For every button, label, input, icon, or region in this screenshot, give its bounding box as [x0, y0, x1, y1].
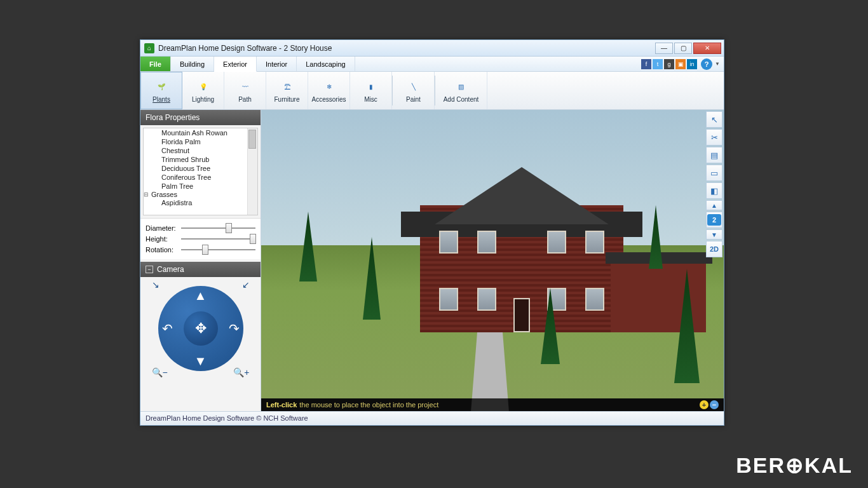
cube-tool[interactable]: ◧	[706, 182, 722, 199]
share-icon[interactable]: ▣	[675, 59, 686, 69]
tool-path[interactable]: 〰Path	[224, 72, 266, 109]
cursor-tool[interactable]: ↖	[706, 111, 722, 128]
menu-exterior[interactable]: Exterior	[214, 57, 257, 72]
menu-bar: File Building Exterior Interior Landscap…	[140, 57, 724, 72]
tool-accessories[interactable]: ❄Accessories	[308, 72, 350, 109]
floor-up[interactable]: ▲	[706, 200, 722, 210]
tree-scrollbar[interactable]	[247, 128, 257, 215]
camera-up[interactable]: ▲	[194, 288, 207, 303]
sidebar: Flora Properties Mountain Ash Rowan Flor…	[140, 110, 261, 411]
tool-add-content[interactable]: ▧Add Content	[435, 72, 487, 109]
accessories-icon: ❄	[321, 78, 337, 95]
floor-indicator[interactable]: 2	[706, 212, 722, 228]
diameter-label: Diameter:	[146, 224, 177, 232]
app-icon: ⌂	[144, 43, 154, 53]
floor-down[interactable]: ▼	[706, 229, 722, 240]
minimize-button[interactable]: —	[655, 43, 673, 54]
camera-rotate-right[interactable]: ↷	[229, 321, 240, 336]
flora-tree[interactable]: Mountain Ash Rowan Florida Palm Chestnut…	[143, 128, 258, 215]
viewport-toolbar: ↖ ✂ ▤ ▭ ◧ ▲ 2 ▼ 2D	[706, 111, 722, 257]
tile-tool[interactable]: ▭	[706, 165, 722, 181]
tool-lighting[interactable]: 💡Lighting	[182, 72, 224, 109]
camera-control: ✥ ▲ ▼ ↶ ↷ ↘ ↙ 🔍− 🔍+	[153, 281, 248, 376]
tree-item[interactable]: Trimmed Shrub	[161, 155, 257, 164]
tool-misc[interactable]: ▮Misc	[350, 72, 392, 109]
twitter-icon[interactable]: t	[653, 59, 663, 69]
social-bar: f t g ▣ in ? ▼	[641, 57, 724, 71]
title-bar: ⌂ DreamPlan Home Design Software - 2 Sto…	[140, 40, 724, 57]
window-title: DreamPlan Home Design Software - 2 Story…	[158, 44, 655, 53]
plants-icon: 🌱	[153, 78, 170, 95]
camera-down[interactable]: ▼	[194, 354, 207, 369]
zoom-out-icon[interactable]: 🔍−	[152, 367, 168, 377]
hint-plus[interactable]: +	[700, 400, 709, 409]
camera-tilt-nw[interactable]: ↘	[152, 280, 159, 290]
tree-item[interactable]: Chestnut	[161, 146, 257, 155]
app-window: ⌂ DreamPlan Home Design Software - 2 Sto…	[140, 39, 724, 426]
menu-file[interactable]: File	[140, 57, 171, 71]
hint-minus[interactable]: −	[710, 400, 719, 409]
cut-tool[interactable]: ✂	[706, 129, 722, 146]
tree-item[interactable]: Mountain Ash Rowan	[161, 128, 257, 137]
rotation-slider[interactable]	[181, 249, 255, 250]
menu-building[interactable]: Building	[171, 57, 214, 71]
hint-bar: Left-clickthe mouse to place the object …	[261, 398, 724, 411]
camera-panel-header: − Camera	[140, 262, 261, 277]
linkedin-icon[interactable]: in	[687, 59, 697, 69]
path-icon: 〰	[237, 78, 254, 95]
flora-panel-header: Flora Properties	[140, 110, 261, 125]
menu-landscaping[interactable]: Landscaping	[297, 57, 355, 71]
3d-viewport[interactable]: ↖ ✂ ▤ ▭ ◧ ▲ 2 ▼ 2D Left-clickthe mouse t…	[261, 110, 724, 411]
height-label: Height:	[146, 235, 177, 243]
add-content-icon: ▧	[453, 78, 470, 95]
toolbar: 🌱Plants 💡Lighting 〰Path ⛱Furniture ❄Acce…	[140, 72, 724, 110]
google-icon[interactable]: g	[664, 59, 674, 69]
zoom-in-icon[interactable]: 🔍+	[233, 367, 249, 377]
tree-item[interactable]: Florida Palm	[161, 137, 257, 146]
tool-plants[interactable]: 🌱Plants	[140, 72, 182, 109]
misc-icon: ▮	[363, 78, 379, 95]
page-tool[interactable]: ▤	[706, 147, 722, 163]
watermark: BER⊕KAL	[736, 452, 853, 478]
tool-paint[interactable]: ╲Paint	[393, 72, 435, 109]
help-icon[interactable]: ?	[701, 58, 712, 70]
help-dropdown-icon[interactable]: ▼	[715, 61, 720, 67]
tree-item[interactable]: Palm Tree	[161, 182, 257, 191]
rotation-label: Rotation:	[146, 246, 177, 254]
furniture-icon: ⛱	[279, 78, 295, 95]
tree-item[interactable]: Aspidistra	[161, 198, 257, 207]
tool-furniture[interactable]: ⛱Furniture	[266, 72, 308, 109]
status-bar: DreamPlan Home Design Software © NCH Sof…	[140, 411, 724, 425]
camera-tilt-ne[interactable]: ↙	[242, 280, 250, 290]
flora-sliders: Diameter: Height: Rotation:	[140, 218, 261, 259]
house-model	[420, 205, 623, 332]
menu-interior[interactable]: Interior	[257, 57, 297, 71]
close-button[interactable]: ✕	[693, 43, 721, 54]
collapse-icon[interactable]: −	[146, 266, 153, 273]
diameter-slider[interactable]	[181, 227, 255, 229]
camera-pan-icon[interactable]: ✥	[195, 320, 207, 337]
maximize-button[interactable]: ▢	[674, 43, 692, 54]
height-slider[interactable]	[181, 238, 255, 240]
tree-item[interactable]: Deciduous Tree	[161, 164, 257, 173]
lighting-icon: 💡	[195, 78, 212, 95]
camera-rotate-left[interactable]: ↶	[162, 321, 173, 336]
paint-icon: ╲	[405, 78, 422, 95]
view-mode-2d[interactable]: 2D	[706, 241, 722, 257]
tree-item[interactable]: Coniferous Tree	[161, 173, 257, 182]
facebook-icon[interactable]: f	[641, 59, 651, 69]
tree-category[interactable]: Grasses	[144, 191, 257, 198]
